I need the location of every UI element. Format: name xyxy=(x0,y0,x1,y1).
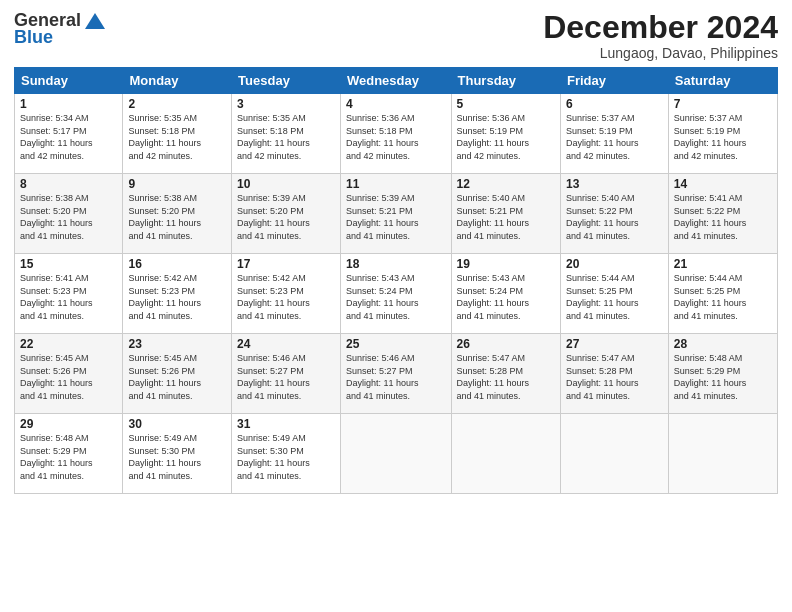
calendar-container: General Blue December 2024 Lungaog, Dava… xyxy=(0,0,792,612)
calendar-cell: 2Sunrise: 5:35 AM Sunset: 5:18 PM Daylig… xyxy=(123,94,232,174)
day-number: 7 xyxy=(674,97,772,111)
day-number: 30 xyxy=(128,417,226,431)
calendar-cell: 14Sunrise: 5:41 AM Sunset: 5:22 PM Dayli… xyxy=(668,174,777,254)
day-number: 3 xyxy=(237,97,335,111)
calendar-cell: 28Sunrise: 5:48 AM Sunset: 5:29 PM Dayli… xyxy=(668,334,777,414)
location: Lungaog, Davao, Philippines xyxy=(543,45,778,61)
calendar-cell xyxy=(668,414,777,494)
day-info: Sunrise: 5:34 AM Sunset: 5:17 PM Dayligh… xyxy=(20,112,117,162)
calendar-header-wednesday: Wednesday xyxy=(340,68,451,94)
day-info: Sunrise: 5:36 AM Sunset: 5:18 PM Dayligh… xyxy=(346,112,446,162)
calendar-cell: 27Sunrise: 5:47 AM Sunset: 5:28 PM Dayli… xyxy=(560,334,668,414)
day-info: Sunrise: 5:41 AM Sunset: 5:23 PM Dayligh… xyxy=(20,272,117,322)
day-number: 4 xyxy=(346,97,446,111)
day-number: 28 xyxy=(674,337,772,351)
calendar-header-row: SundayMondayTuesdayWednesdayThursdayFrid… xyxy=(15,68,778,94)
day-number: 13 xyxy=(566,177,663,191)
calendar-cell: 29Sunrise: 5:48 AM Sunset: 5:29 PM Dayli… xyxy=(15,414,123,494)
day-number: 15 xyxy=(20,257,117,271)
day-info: Sunrise: 5:45 AM Sunset: 5:26 PM Dayligh… xyxy=(128,352,226,402)
day-number: 1 xyxy=(20,97,117,111)
day-number: 25 xyxy=(346,337,446,351)
month-title: December 2024 xyxy=(543,10,778,45)
calendar-cell: 9Sunrise: 5:38 AM Sunset: 5:20 PM Daylig… xyxy=(123,174,232,254)
calendar-cell: 3Sunrise: 5:35 AM Sunset: 5:18 PM Daylig… xyxy=(232,94,341,174)
day-number: 24 xyxy=(237,337,335,351)
calendar-cell: 24Sunrise: 5:46 AM Sunset: 5:27 PM Dayli… xyxy=(232,334,341,414)
day-info: Sunrise: 5:46 AM Sunset: 5:27 PM Dayligh… xyxy=(346,352,446,402)
day-number: 22 xyxy=(20,337,117,351)
day-number: 14 xyxy=(674,177,772,191)
logo-icon xyxy=(83,11,107,31)
calendar-cell xyxy=(340,414,451,494)
day-info: Sunrise: 5:46 AM Sunset: 5:27 PM Dayligh… xyxy=(237,352,335,402)
day-info: Sunrise: 5:42 AM Sunset: 5:23 PM Dayligh… xyxy=(237,272,335,322)
day-info: Sunrise: 5:45 AM Sunset: 5:26 PM Dayligh… xyxy=(20,352,117,402)
calendar-cell: 10Sunrise: 5:39 AM Sunset: 5:20 PM Dayli… xyxy=(232,174,341,254)
calendar-cell: 21Sunrise: 5:44 AM Sunset: 5:25 PM Dayli… xyxy=(668,254,777,334)
calendar-header-friday: Friday xyxy=(560,68,668,94)
calendar-cell xyxy=(451,414,560,494)
day-info: Sunrise: 5:39 AM Sunset: 5:21 PM Dayligh… xyxy=(346,192,446,242)
day-info: Sunrise: 5:38 AM Sunset: 5:20 PM Dayligh… xyxy=(128,192,226,242)
day-info: Sunrise: 5:43 AM Sunset: 5:24 PM Dayligh… xyxy=(457,272,555,322)
calendar-cell: 12Sunrise: 5:40 AM Sunset: 5:21 PM Dayli… xyxy=(451,174,560,254)
day-info: Sunrise: 5:47 AM Sunset: 5:28 PM Dayligh… xyxy=(566,352,663,402)
day-info: Sunrise: 5:35 AM Sunset: 5:18 PM Dayligh… xyxy=(128,112,226,162)
day-number: 5 xyxy=(457,97,555,111)
day-info: Sunrise: 5:37 AM Sunset: 5:19 PM Dayligh… xyxy=(674,112,772,162)
calendar-cell: 4Sunrise: 5:36 AM Sunset: 5:18 PM Daylig… xyxy=(340,94,451,174)
calendar-cell: 17Sunrise: 5:42 AM Sunset: 5:23 PM Dayli… xyxy=(232,254,341,334)
day-number: 29 xyxy=(20,417,117,431)
day-info: Sunrise: 5:44 AM Sunset: 5:25 PM Dayligh… xyxy=(674,272,772,322)
day-number: 26 xyxy=(457,337,555,351)
day-info: Sunrise: 5:36 AM Sunset: 5:19 PM Dayligh… xyxy=(457,112,555,162)
calendar-cell: 22Sunrise: 5:45 AM Sunset: 5:26 PM Dayli… xyxy=(15,334,123,414)
day-info: Sunrise: 5:48 AM Sunset: 5:29 PM Dayligh… xyxy=(674,352,772,402)
day-number: 23 xyxy=(128,337,226,351)
logo-blue-text: Blue xyxy=(14,27,53,48)
calendar-header-thursday: Thursday xyxy=(451,68,560,94)
calendar-cell: 23Sunrise: 5:45 AM Sunset: 5:26 PM Dayli… xyxy=(123,334,232,414)
day-info: Sunrise: 5:42 AM Sunset: 5:23 PM Dayligh… xyxy=(128,272,226,322)
day-number: 10 xyxy=(237,177,335,191)
calendar-week-3: 15Sunrise: 5:41 AM Sunset: 5:23 PM Dayli… xyxy=(15,254,778,334)
calendar-table: SundayMondayTuesdayWednesdayThursdayFrid… xyxy=(14,67,778,494)
calendar-week-5: 29Sunrise: 5:48 AM Sunset: 5:29 PM Dayli… xyxy=(15,414,778,494)
calendar-cell: 15Sunrise: 5:41 AM Sunset: 5:23 PM Dayli… xyxy=(15,254,123,334)
day-info: Sunrise: 5:41 AM Sunset: 5:22 PM Dayligh… xyxy=(674,192,772,242)
day-number: 12 xyxy=(457,177,555,191)
day-number: 16 xyxy=(128,257,226,271)
day-number: 17 xyxy=(237,257,335,271)
calendar-cell: 18Sunrise: 5:43 AM Sunset: 5:24 PM Dayli… xyxy=(340,254,451,334)
calendar-cell: 16Sunrise: 5:42 AM Sunset: 5:23 PM Dayli… xyxy=(123,254,232,334)
calendar-week-4: 22Sunrise: 5:45 AM Sunset: 5:26 PM Dayli… xyxy=(15,334,778,414)
title-block: December 2024 Lungaog, Davao, Philippine… xyxy=(543,10,778,61)
header: General Blue December 2024 Lungaog, Dava… xyxy=(14,10,778,61)
day-number: 19 xyxy=(457,257,555,271)
day-info: Sunrise: 5:49 AM Sunset: 5:30 PM Dayligh… xyxy=(237,432,335,482)
day-number: 27 xyxy=(566,337,663,351)
calendar-cell: 26Sunrise: 5:47 AM Sunset: 5:28 PM Dayli… xyxy=(451,334,560,414)
calendar-header-monday: Monday xyxy=(123,68,232,94)
day-number: 11 xyxy=(346,177,446,191)
day-info: Sunrise: 5:38 AM Sunset: 5:20 PM Dayligh… xyxy=(20,192,117,242)
day-info: Sunrise: 5:47 AM Sunset: 5:28 PM Dayligh… xyxy=(457,352,555,402)
day-number: 2 xyxy=(128,97,226,111)
logo: General Blue xyxy=(14,10,107,48)
day-info: Sunrise: 5:40 AM Sunset: 5:22 PM Dayligh… xyxy=(566,192,663,242)
day-info: Sunrise: 5:49 AM Sunset: 5:30 PM Dayligh… xyxy=(128,432,226,482)
day-number: 8 xyxy=(20,177,117,191)
day-number: 6 xyxy=(566,97,663,111)
calendar-cell: 31Sunrise: 5:49 AM Sunset: 5:30 PM Dayli… xyxy=(232,414,341,494)
calendar-cell: 6Sunrise: 5:37 AM Sunset: 5:19 PM Daylig… xyxy=(560,94,668,174)
calendar-week-1: 1Sunrise: 5:34 AM Sunset: 5:17 PM Daylig… xyxy=(15,94,778,174)
day-number: 9 xyxy=(128,177,226,191)
svg-marker-0 xyxy=(85,13,105,29)
day-info: Sunrise: 5:44 AM Sunset: 5:25 PM Dayligh… xyxy=(566,272,663,322)
calendar-cell: 5Sunrise: 5:36 AM Sunset: 5:19 PM Daylig… xyxy=(451,94,560,174)
calendar-cell: 11Sunrise: 5:39 AM Sunset: 5:21 PM Dayli… xyxy=(340,174,451,254)
calendar-header-tuesday: Tuesday xyxy=(232,68,341,94)
calendar-cell: 1Sunrise: 5:34 AM Sunset: 5:17 PM Daylig… xyxy=(15,94,123,174)
day-info: Sunrise: 5:40 AM Sunset: 5:21 PM Dayligh… xyxy=(457,192,555,242)
